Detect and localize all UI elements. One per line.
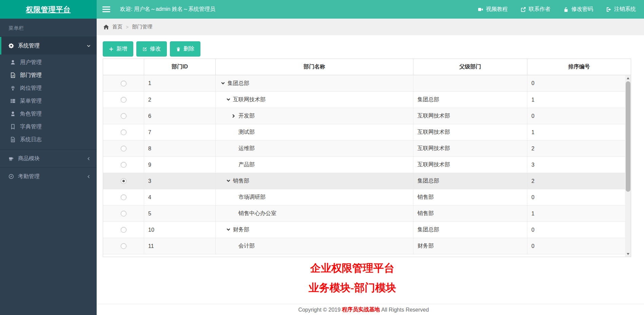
logout-icon [606,7,611,12]
top-link-label: 视频教程 [486,6,508,13]
sidebar: 权限管理平台 菜单栏 系统管理用户管理部门管理岗位管理菜单管理角色管理字典管理系… [0,0,97,315]
sidebar-item-system-log[interactable]: 系统日志 [0,133,97,146]
goods-module-icon [8,156,14,161]
delete-button[interactable]: 删除 [170,41,200,57]
table-row[interactable]: 11会计部财务部0 [103,238,631,254]
button-label: 新增 [116,45,127,52]
user-management-icon [10,60,16,65]
row-radio[interactable] [121,243,126,249]
sidebar-item-goods-module[interactable]: 商品模块 [0,150,97,167]
video-tutorial-link[interactable]: 视频教程 [478,6,508,13]
row-radio[interactable] [121,211,126,216]
sidebar-item-attendance-management[interactable]: 考勤管理 [0,168,97,185]
app-title: 权限管理平台 [26,5,71,14]
cell-parent-dept: 互联网技术部 [413,141,527,156]
sidebar-item-menu-management[interactable]: 菜单管理 [0,94,97,107]
caret-down-icon[interactable] [220,81,226,86]
cell-select [103,141,144,156]
chevron-left-icon [86,156,91,161]
cell-parent-dept: 互联网技术部 [413,108,527,124]
row-radio[interactable] [121,146,126,151]
sidebar-section-attendance-management: 考勤管理 [0,167,97,185]
logout-link[interactable]: 注销系统 [606,6,636,13]
table-row[interactable]: 10财务部集团总部0 [103,222,631,238]
row-radio[interactable] [121,113,126,119]
sidebar-section-goods-module: 商品模块 [0,149,97,167]
contact-author-link[interactable]: 联系作者 [521,6,550,13]
row-radio[interactable] [121,194,126,200]
cell-dept-name: 产品部 [215,157,413,173]
row-radio[interactable] [121,178,126,184]
cell-dept-id: 1 [144,75,215,91]
caret-right-icon[interactable] [231,113,236,119]
cell-sort-order: 1 [527,92,631,108]
table-row[interactable]: 1集团总部0 [103,75,631,91]
cell-parent-dept: 销售部 [413,206,527,222]
caret-down-icon[interactable] [226,227,231,232]
sidebar-item-department-management[interactable]: 部门管理 [0,69,97,82]
cell-sort-order: 1 [527,124,631,140]
table-row[interactable]: 8运维部互联网技术部2 [103,140,631,156]
table-row[interactable]: 9产品部互联网技术部3 [103,156,631,173]
cell-select [103,108,144,124]
sidebar-item-system-management[interactable]: 系统管理 [0,37,97,55]
delete-icon [176,47,181,51]
sidebar-item-dict-management[interactable]: 字典管理 [0,120,97,133]
row-radio[interactable] [121,129,126,135]
cell-dept-id: 6 [144,108,215,124]
cell-dept-id: 11 [144,238,215,254]
cell-sort-order: 2 [527,141,631,156]
table-row[interactable]: 7测试部互联网技术部1 [103,124,631,140]
cell-select [103,157,144,173]
table-row[interactable]: 6开发部互联网技术部0 [103,108,631,124]
cell-parent-dept: 销售部 [413,189,527,205]
sidebar-item-label: 菜单管理 [20,98,42,105]
row-radio[interactable] [121,162,126,168]
department-management-icon [10,72,16,78]
dept-name-text: 财务部 [233,226,249,233]
column-header: 部门ID [144,59,215,75]
cell-sort-order: 0 [527,238,631,254]
table-row[interactable]: 2互联网技术部集团总部1 [103,91,631,108]
scroll-up-button[interactable] [625,75,631,81]
scroll-down-button[interactable] [625,251,631,257]
breadcrumb-separator: > [126,24,129,30]
table-row[interactable]: 4市场调研部销售部0 [103,189,631,205]
sidebar-item-label: 岗位管理 [20,85,42,92]
cell-dept-name: 财务部 [215,222,413,238]
row-radio[interactable] [121,97,126,103]
post-management-icon [10,85,16,91]
cell-sort-order: 0 [527,189,631,205]
edit-button[interactable]: 修改 [136,41,167,57]
sidebar-item-user-management[interactable]: 用户管理 [0,56,97,69]
breadcrumb-home[interactable]: 首页 [112,24,122,30]
cell-select [103,75,144,91]
caret-down-icon[interactable] [226,97,231,102]
change-password-link[interactable]: 修改密码 [563,6,593,13]
cell-dept-name: 集团总部 [215,75,413,91]
breadcrumb-current: 部门管理 [132,24,152,30]
cell-dept-name: 市场调研部 [215,189,413,205]
row-radio[interactable] [121,227,126,233]
row-radio[interactable] [121,81,126,86]
sidebar-item-role-management[interactable]: 角色管理 [0,107,97,120]
scrollbar-thumb[interactable] [626,81,630,192]
dept-name-text: 运维部 [238,145,255,152]
edit-icon [142,47,147,51]
cell-dept-id: 10 [144,222,215,238]
chevron-left-icon [86,174,91,179]
sidebar-header: 菜单栏 [0,19,97,37]
cell-dept-id: 3 [144,173,215,189]
add-button[interactable]: 新增 [103,41,133,57]
cell-sort-order: 3 [527,157,631,173]
table-body: 1集团总部02互联网技术部集团总部16开发部互联网技术部07测试部互联网技术部1… [103,75,631,257]
column-header: 父级部门 [413,59,527,75]
table-row[interactable]: 3销售部集团总部2 [103,173,631,189]
sidebar-item-label: 部门管理 [20,72,42,79]
caret-down-icon[interactable] [226,178,231,184]
table-header-row: 部门ID部门名称父级部门排序编号 [103,59,631,75]
sidebar-item-post-management[interactable]: 岗位管理 [0,82,97,94]
table-row[interactable]: 5销售中心办公室销售部1 [103,205,631,222]
topbar: 欢迎: 用户名～admin 姓名～系统管理员 视频教程联系作者修改密码注销系统 [97,0,644,19]
menu-toggle-icon[interactable] [102,5,110,14]
